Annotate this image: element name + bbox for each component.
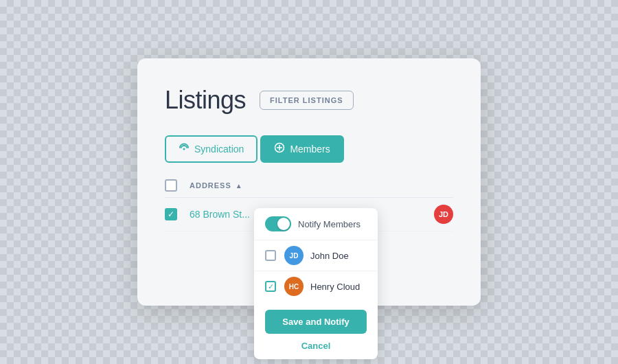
tab-syndication[interactable]: Syndication (165, 135, 258, 163)
table-header: ADDRESS ▲ (165, 174, 453, 198)
row-checkbox[interactable]: ✓ (165, 208, 177, 220)
page-title: Listings (165, 86, 246, 115)
member-name-hc: Henry Cloud (310, 282, 360, 292)
member-avatar-hc: HC (284, 277, 304, 296)
member-check-jd[interactable] (265, 250, 276, 261)
member-name-jd: John Doe (310, 251, 349, 261)
row-address: 68 Brown St... (190, 209, 250, 220)
svg-point-0 (183, 148, 185, 150)
main-card: Listings FILTER LISTINGS Syndication (137, 58, 481, 306)
tab-members[interactable]: Members (260, 135, 343, 163)
header-address: ADDRESS ▲ (190, 181, 243, 190)
dropdown-actions: Save and Notify Cancel (254, 302, 378, 359)
member-item-jd[interactable]: JD John Doe (254, 240, 378, 271)
members-dropdown: Notify Members JD John Doe HC Henry Clou… (254, 208, 378, 359)
row-check-col: ✓ (165, 208, 190, 220)
notify-label: Notify Members (298, 219, 360, 229)
syndication-icon (179, 143, 190, 155)
tab-syndication-label: Syndication (194, 144, 244, 155)
filter-listings-button[interactable]: FILTER LISTINGS (260, 91, 353, 110)
toggle-knob (277, 218, 290, 230)
member-item-hc[interactable]: HC Henry Cloud (254, 271, 378, 302)
tabs-bar: Syndication Members (165, 135, 453, 163)
header-check-col (165, 179, 190, 192)
header-checkbox[interactable] (165, 179, 177, 192)
notify-toggle[interactable] (265, 216, 291, 231)
notify-members-row: Notify Members (254, 216, 378, 240)
members-icon (274, 142, 285, 156)
member-avatar-jd: JD (284, 246, 304, 265)
listings-table: ADDRESS ▲ ✓ 68 Brown St... JD Notify Mem… (165, 174, 453, 231)
tab-members-label: Members (290, 144, 330, 155)
member-check-hc[interactable] (265, 281, 276, 292)
page-header: Listings FILTER LISTINGS (165, 86, 453, 115)
cancel-button[interactable]: Cancel (265, 338, 367, 354)
save-notify-button[interactable]: Save and Notify (265, 310, 367, 334)
row-avatar: JD (434, 205, 453, 224)
sort-arrow-icon: ▲ (236, 182, 243, 190)
